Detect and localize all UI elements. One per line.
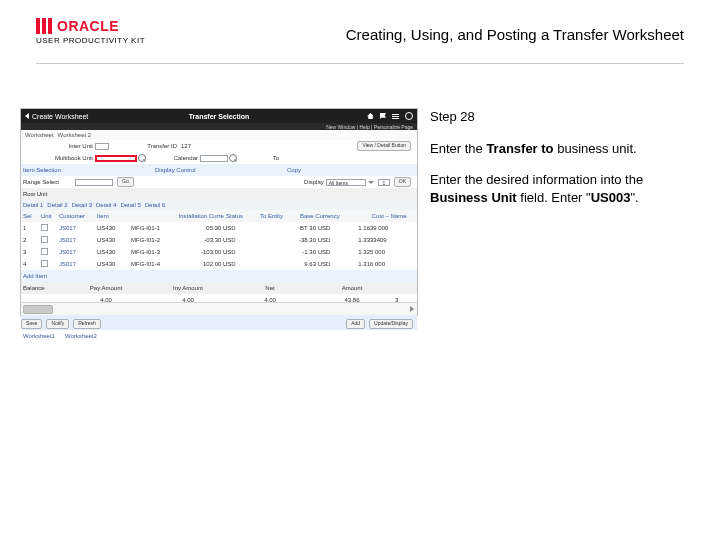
transfer-id-value: 127	[179, 143, 193, 149]
tab-detail-6[interactable]: Detail 6	[143, 202, 167, 208]
instructions-panel: Step 28 Enter the Transfer to business u…	[430, 108, 698, 220]
app-screenshot: Create Worksheet Transfer Selection New …	[20, 108, 418, 316]
search-icon[interactable]	[229, 154, 237, 162]
step-title: Step 28	[430, 108, 698, 126]
table-row: 4JS017US430MFG-I01-4102.00 USD9.63 USD1.…	[21, 258, 417, 270]
notify-button[interactable]: Notify	[46, 319, 69, 329]
back-label: Create Worksheet	[32, 113, 88, 120]
table-row: 1JS017US430MFG-I01-105.30 USDBT 30 USD1.…	[21, 222, 417, 234]
section-bars: Item Selection Display Control Copy	[21, 164, 417, 176]
interunit-label: Inter Unit	[21, 143, 95, 149]
instruction-line-1: Enter the Transfer to business unit.	[430, 140, 698, 158]
view-detail-button[interactable]: View / Detail Button	[357, 141, 411, 151]
table-header: Sel Unit Customer Item Installation Curr…	[21, 210, 417, 222]
add-button[interactable]: Add	[346, 319, 365, 329]
scroll-right-icon[interactable]	[407, 304, 417, 313]
instruction-line-2: Enter the desired information into the B…	[430, 171, 698, 206]
worksheet2-link[interactable]: Worksheet2	[63, 333, 99, 339]
chevron-down-icon	[368, 181, 374, 184]
select-checkbox[interactable]	[41, 236, 48, 243]
display-select[interactable]: All Items	[326, 179, 366, 186]
chevron-left-icon	[25, 113, 29, 119]
range-label: Range Select	[21, 179, 75, 185]
item-selection-bar[interactable]: Item Selection	[21, 167, 153, 173]
tab-detail-1[interactable]: Detail 1	[21, 202, 45, 208]
form-row-1: Inter Unit Transfer ID 127 View / Detail…	[21, 140, 417, 152]
select-checkbox[interactable]	[41, 224, 48, 231]
update-display-button[interactable]: Update/Display	[369, 319, 413, 329]
worksheet1-link[interactable]: Worksheet1	[21, 333, 57, 339]
interunit-input[interactable]	[95, 143, 109, 150]
scroll-thumb[interactable]	[23, 305, 53, 314]
add-item-row[interactable]: Add Item	[21, 270, 417, 282]
tab-strip: Detail 1 Detail 2 Detail 3 Detail 4 Deta…	[21, 200, 417, 210]
business-unit-input[interactable]	[95, 155, 137, 162]
gear-icon[interactable]	[405, 112, 413, 120]
refresh-button[interactable]: Refresh	[73, 319, 101, 329]
search-icon[interactable]	[138, 154, 146, 162]
save-button[interactable]: Save	[21, 319, 42, 329]
transfer-id-label: Transfer ID	[109, 143, 179, 149]
status-bar: New Window | Help | Personalize Page	[21, 123, 417, 130]
tab-detail-5[interactable]: Detail 5	[118, 202, 142, 208]
to-label: To	[237, 155, 281, 161]
balance-header: Balance Pay Amount Inv Amount Net Amount	[21, 282, 417, 294]
copy-bar[interactable]: Copy	[285, 167, 417, 173]
display-label: Display	[302, 179, 326, 185]
doc-title: Creating, Using, and Posting a Transfer …	[346, 26, 684, 43]
flag-icon[interactable]	[380, 113, 386, 119]
worksheet-value: Worksheet 2	[58, 132, 92, 138]
table-row: 2JS017US430MFG-I01-2-03.30 USD-38.30 USD…	[21, 234, 417, 246]
display-count-input[interactable]: 1	[378, 179, 390, 186]
screen-title: Transfer Selection	[189, 113, 250, 120]
worksheet-row: Worksheet Worksheet 2	[21, 130, 417, 140]
back-button[interactable]: Create Worksheet	[25, 113, 88, 120]
go-button[interactable]: Go	[117, 177, 134, 187]
tab-detail-2[interactable]: Detail 2	[45, 202, 69, 208]
brand-word: ORACLE	[57, 18, 119, 34]
select-checkbox[interactable]	[41, 248, 48, 255]
ok-button[interactable]: OK	[394, 177, 411, 187]
form-row-2: Multibook Unit Calendar To	[21, 152, 417, 164]
footer-row-3: Worksheet1 Worksheet2	[21, 330, 417, 342]
row-unit-label: Row Unit	[21, 188, 417, 200]
range-input[interactable]	[75, 179, 113, 186]
table-row: 3JS017US430MFG-I01-3-103.00 USD-1.30 USD…	[21, 246, 417, 258]
calendar-input[interactable]	[200, 155, 228, 162]
footer-row-2: Save Notify Refresh Add Update/Display	[21, 318, 417, 330]
doc-header: ORACLE USER PRODUCTIVITY KIT Creating, U…	[36, 18, 684, 64]
calendar-label: Calendar	[146, 155, 200, 161]
menu-icon[interactable]	[392, 114, 399, 119]
display-control-bar[interactable]: Display Control	[153, 167, 285, 173]
tab-detail-3[interactable]: Detail 3	[70, 202, 94, 208]
header-divider	[36, 63, 684, 64]
horizontal-scrollbar[interactable]	[21, 302, 417, 315]
multibook-label: Multibook Unit	[21, 155, 95, 161]
control-row: Range Select Go Display All Items 1 OK	[21, 176, 417, 188]
tab-detail-4[interactable]: Detail 4	[94, 202, 118, 208]
home-icon[interactable]	[367, 113, 374, 119]
app-bar: Create Worksheet Transfer Selection	[21, 109, 417, 123]
select-checkbox[interactable]	[41, 260, 48, 267]
